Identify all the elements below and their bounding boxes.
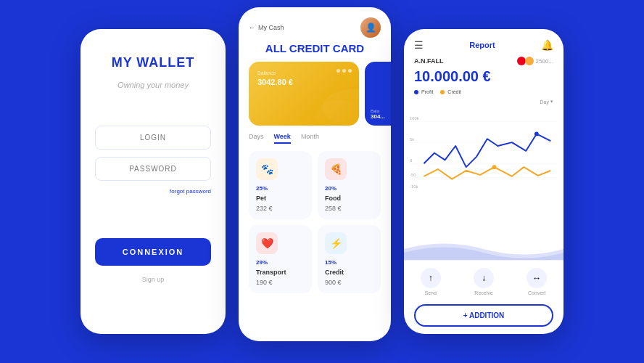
back-arrow-icon: ← [249, 24, 255, 31]
wave-svg [404, 238, 564, 260]
pet-amount: 232 € [256, 205, 305, 212]
bottom-nav: ↑ Send ↓ Receive ↔ Convert [404, 260, 564, 300]
food-name: Food [325, 195, 373, 202]
chevron-down-icon: ▾ [550, 99, 553, 105]
period-tabs: Days Week Month [239, 133, 391, 144]
profit-dot [414, 90, 418, 94]
expense-credit[interactable]: ⚡ 15% Credit 900 € [318, 225, 381, 293]
expense-pet[interactable]: 🐾 25% Pet 232 € [249, 151, 312, 219]
profit-label: Profit [421, 89, 433, 94]
pet-icon: 🐾 [256, 158, 278, 180]
back-button[interactable]: ← My Cash [249, 24, 284, 31]
chart-area: Day ▾ 100k 5k 0 -50 -10k [404, 99, 564, 238]
svg-text:-10k: -10k [410, 184, 418, 189]
pet-pct: 25% [256, 185, 305, 192]
legend-profit: Profit [414, 89, 433, 94]
mc-red-circle [517, 57, 526, 65]
credit-amount: 900 € [325, 279, 373, 286]
convert-label: Convert [528, 290, 546, 295]
transport-pct: 29% [256, 259, 305, 266]
tab-days[interactable]: Days [249, 133, 264, 144]
cards-header: ← My Cash 👤 [239, 7, 391, 42]
pet-name: Pet [256, 195, 305, 202]
tab-month[interactable]: Month [301, 133, 319, 144]
report-balance-section: 10.000.00 € [404, 68, 564, 89]
wallet-title: MY WALLET [112, 55, 195, 70]
svg-text:-50: -50 [410, 173, 416, 177]
credit-card-secondary[interactable]: Bala 304... [365, 62, 391, 126]
cards-scroll: Balance 3042.80 € Bala 304... [239, 62, 391, 126]
nav-send[interactable]: ↑ Send [421, 268, 441, 295]
wallet-subtitle: Owning your money [117, 81, 189, 89]
period-label: Day [540, 99, 549, 105]
credit-name: Credit [325, 269, 373, 276]
phone-report: ☰ Report 🔔 A.N.FALL 2500... 10.000.00 € … [404, 29, 564, 334]
forgot-password-link[interactable]: forgot password [170, 188, 211, 195]
transport-icon: ❤️ [256, 232, 278, 254]
phone-cards: ← My Cash 👤 ALL CREDIT CARD Balance 3042… [239, 7, 391, 341]
nav-receive[interactable]: ↓ Receive [474, 268, 494, 295]
receive-icon: ↓ [474, 268, 494, 288]
user-avatar: 👤 [360, 17, 381, 38]
svg-text:0: 0 [410, 158, 412, 163]
report-user-row: A.N.FALL 2500... [404, 57, 564, 65]
svg-point-11 [534, 132, 539, 136]
password-input[interactable] [95, 157, 211, 181]
svg-point-1 [315, 100, 359, 126]
login-input[interactable] [95, 126, 211, 150]
phones-container: MY WALLET Owning your money forgot passw… [66, 7, 578, 356]
expense-food[interactable]: 🍕 20% Food 258 € [318, 151, 381, 219]
credit-label: Credit [447, 89, 461, 94]
report-chart: 100k 5k 0 -50 -10k [410, 99, 558, 193]
credit-card-primary[interactable]: Balance 3042.80 € [249, 62, 359, 126]
legend-credit: Credit [440, 89, 461, 94]
credit-dot [440, 90, 445, 94]
expense-grid: 🐾 25% Pet 232 € 🍕 20% Food 258 € ❤️ 29% … [239, 151, 391, 293]
convert-icon: ↔ [527, 268, 547, 288]
tab-week[interactable]: Week [274, 133, 291, 144]
mc-orange-circle [525, 57, 534, 65]
nav-convert[interactable]: ↔ Convert [527, 268, 547, 295]
credit-pct: 15% [325, 259, 373, 266]
report-header: ☰ Report 🔔 [404, 29, 564, 57]
chart-legend: Profit Credit [404, 89, 564, 94]
receive-label: Receive [474, 290, 492, 295]
card-number: 2500... [536, 58, 553, 65]
svg-text:5k: 5k [410, 137, 414, 142]
cards-title: ALL CREDIT CARD [239, 42, 391, 54]
balance-amount: 3042.80 € [257, 78, 350, 86]
connexion-button[interactable]: CONNEXION [95, 238, 211, 266]
svg-text:100k: 100k [410, 116, 419, 121]
card-dot [342, 69, 346, 73]
send-icon: ↑ [421, 268, 441, 288]
addition-button[interactable]: + ADDITION [414, 304, 553, 327]
report-title-wrap: Report [469, 41, 495, 49]
menu-icon[interactable]: ☰ [414, 39, 424, 51]
food-icon: 🍕 [325, 158, 347, 180]
svg-point-12 [492, 165, 497, 169]
transport-amount: 190 € [256, 279, 305, 286]
mastercard-badge: 2500... [517, 57, 553, 65]
phone-wallet: MY WALLET Owning your money forgot passw… [80, 29, 226, 334]
send-label: Send [424, 290, 436, 295]
expense-transport[interactable]: ❤️ 29% Transport 190 € [249, 225, 312, 293]
mini-balance-amount: 304... [371, 113, 391, 120]
report-title: Report [469, 41, 495, 49]
period-selector[interactable]: Day ▾ [540, 99, 553, 105]
card-wave-decoration [308, 89, 359, 126]
card-dots [337, 69, 352, 73]
food-pct: 20% [325, 185, 373, 192]
card-dot [337, 69, 340, 73]
report-user-name: A.N.FALL [414, 57, 444, 65]
signup-link[interactable]: Sign up [142, 276, 165, 283]
food-amount: 258 € [325, 205, 373, 212]
back-label: My Cash [258, 24, 284, 31]
notification-bell-icon[interactable]: 🔔 [541, 39, 553, 51]
report-balance-amount: 10.000.00 € [414, 68, 553, 85]
card-dot [348, 69, 352, 73]
transport-name: Transport [256, 269, 305, 276]
wave-decoration [404, 238, 564, 260]
credit-icon: ⚡ [325, 232, 347, 254]
